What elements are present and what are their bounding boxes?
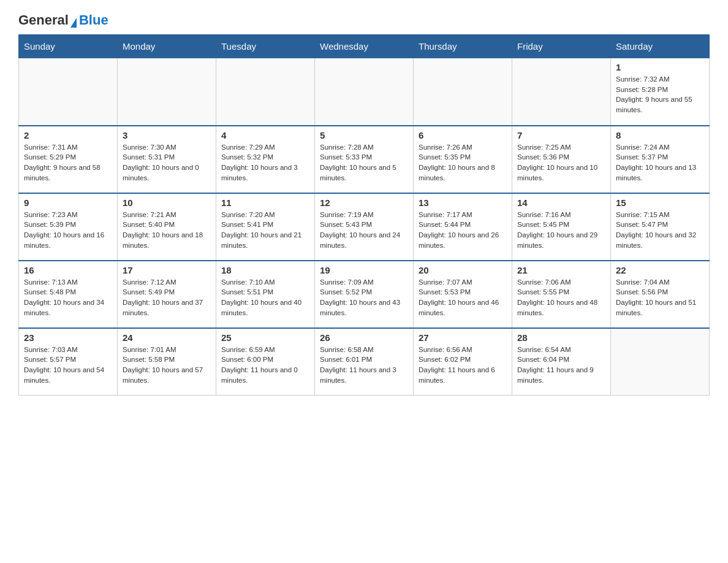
calendar-week-row: 23Sunrise: 7:03 AMSunset: 5:57 PMDayligh…: [19, 328, 710, 396]
logo-blue-text: Blue: [79, 12, 108, 28]
day-of-week-header: Monday: [118, 35, 216, 58]
logo-general-text: General: [18, 12, 69, 28]
calendar-day-cell: 6Sunrise: 7:26 AMSunset: 5:35 PMDaylight…: [414, 126, 512, 193]
day-number: 23: [24, 332, 112, 343]
day-number: 8: [616, 130, 704, 140]
day-number: 28: [517, 332, 605, 343]
day-info: Sunrise: 7:21 AMSunset: 5:40 PMDaylight:…: [123, 210, 211, 251]
calendar-day-cell: 4Sunrise: 7:29 AMSunset: 5:32 PMDaylight…: [216, 126, 315, 193]
calendar-day-cell: [611, 328, 710, 396]
calendar-day-cell: 23Sunrise: 7:03 AMSunset: 5:57 PMDayligh…: [19, 328, 118, 396]
calendar-week-row: 9Sunrise: 7:23 AMSunset: 5:39 PMDaylight…: [19, 193, 710, 261]
day-number: 15: [616, 197, 704, 208]
page-header: GeneralBlue: [18, 12, 710, 28]
days-header-row: SundayMondayTuesdayWednesdayThursdayFrid…: [19, 35, 710, 58]
day-number: 7: [517, 130, 605, 140]
calendar-day-cell: 18Sunrise: 7:10 AMSunset: 5:51 PMDayligh…: [216, 261, 315, 328]
calendar-day-cell: 22Sunrise: 7:04 AMSunset: 5:56 PMDayligh…: [611, 261, 710, 328]
day-info: Sunrise: 6:56 AMSunset: 6:02 PMDaylight:…: [419, 345, 507, 386]
calendar-day-cell: 7Sunrise: 7:25 AMSunset: 5:36 PMDaylight…: [512, 126, 611, 193]
day-number: 26: [320, 332, 408, 343]
calendar-day-cell: [19, 58, 118, 126]
day-of-week-header: Saturday: [611, 35, 710, 58]
day-number: 20: [419, 265, 507, 275]
day-number: 6: [419, 130, 507, 140]
calendar-week-row: 1Sunrise: 7:32 AMSunset: 5:28 PMDaylight…: [19, 58, 710, 126]
day-info: Sunrise: 7:15 AMSunset: 5:47 PMDaylight:…: [616, 210, 704, 251]
calendar-table: SundayMondayTuesdayWednesdayThursdayFrid…: [18, 34, 710, 396]
calendar-day-cell: 27Sunrise: 6:56 AMSunset: 6:02 PMDayligh…: [414, 328, 512, 396]
day-number: 19: [320, 265, 408, 275]
calendar-day-cell: 9Sunrise: 7:23 AMSunset: 5:39 PMDaylight…: [19, 193, 118, 261]
day-info: Sunrise: 7:30 AMSunset: 5:31 PMDaylight:…: [123, 142, 211, 183]
day-info: Sunrise: 7:04 AMSunset: 5:56 PMDaylight:…: [616, 277, 704, 318]
day-info: Sunrise: 7:07 AMSunset: 5:53 PMDaylight:…: [419, 277, 507, 318]
calendar-day-cell: 25Sunrise: 6:59 AMSunset: 6:00 PMDayligh…: [216, 328, 315, 396]
day-number: 2: [24, 130, 112, 140]
calendar-day-cell: [118, 58, 216, 126]
calendar-day-cell: 20Sunrise: 7:07 AMSunset: 5:53 PMDayligh…: [414, 261, 512, 328]
day-number: 13: [419, 197, 507, 208]
day-info: Sunrise: 7:25 AMSunset: 5:36 PMDaylight:…: [517, 142, 605, 183]
day-number: 3: [123, 130, 211, 140]
calendar-day-cell: [414, 58, 512, 126]
day-info: Sunrise: 6:59 AMSunset: 6:00 PMDaylight:…: [221, 345, 309, 386]
day-of-week-header: Friday: [512, 35, 611, 58]
day-number: 25: [221, 332, 309, 343]
day-info: Sunrise: 7:29 AMSunset: 5:32 PMDaylight:…: [221, 142, 309, 183]
day-info: Sunrise: 7:19 AMSunset: 5:43 PMDaylight:…: [320, 210, 408, 251]
calendar-day-cell: 24Sunrise: 7:01 AMSunset: 5:58 PMDayligh…: [118, 328, 216, 396]
day-of-week-header: Tuesday: [216, 35, 315, 58]
day-number: 27: [419, 332, 507, 343]
day-info: Sunrise: 7:16 AMSunset: 5:45 PMDaylight:…: [517, 210, 605, 251]
day-info: Sunrise: 7:31 AMSunset: 5:29 PMDaylight:…: [24, 142, 112, 183]
day-number: 14: [517, 197, 605, 208]
day-info: Sunrise: 7:13 AMSunset: 5:48 PMDaylight:…: [24, 277, 112, 318]
calendar-day-cell: 14Sunrise: 7:16 AMSunset: 5:45 PMDayligh…: [512, 193, 611, 261]
day-of-week-header: Sunday: [19, 35, 118, 58]
day-info: Sunrise: 7:09 AMSunset: 5:52 PMDaylight:…: [320, 277, 408, 318]
day-info: Sunrise: 7:26 AMSunset: 5:35 PMDaylight:…: [419, 142, 507, 183]
day-info: Sunrise: 7:23 AMSunset: 5:39 PMDaylight:…: [24, 210, 112, 251]
day-number: 17: [123, 265, 211, 275]
calendar-day-cell: 13Sunrise: 7:17 AMSunset: 5:44 PMDayligh…: [414, 193, 512, 261]
day-number: 11: [221, 197, 309, 208]
day-info: Sunrise: 7:32 AMSunset: 5:28 PMDaylight:…: [616, 74, 704, 115]
day-number: 16: [24, 265, 112, 275]
calendar-day-cell: 26Sunrise: 6:58 AMSunset: 6:01 PMDayligh…: [315, 328, 414, 396]
day-number: 21: [517, 265, 605, 275]
calendar-day-cell: 10Sunrise: 7:21 AMSunset: 5:40 PMDayligh…: [118, 193, 216, 261]
day-number: 5: [320, 130, 408, 140]
calendar-day-cell: 3Sunrise: 7:30 AMSunset: 5:31 PMDaylight…: [118, 126, 216, 193]
day-number: 12: [320, 197, 408, 208]
calendar-day-cell: 19Sunrise: 7:09 AMSunset: 5:52 PMDayligh…: [315, 261, 414, 328]
calendar-day-cell: 5Sunrise: 7:28 AMSunset: 5:33 PMDaylight…: [315, 126, 414, 193]
calendar-week-row: 2Sunrise: 7:31 AMSunset: 5:29 PMDaylight…: [19, 126, 710, 193]
day-number: 1: [616, 62, 704, 72]
day-info: Sunrise: 7:12 AMSunset: 5:49 PMDaylight:…: [123, 277, 211, 318]
calendar-day-cell: [216, 58, 315, 126]
logo-triangle-icon: [70, 18, 77, 28]
day-number: 22: [616, 265, 704, 275]
calendar-day-cell: 21Sunrise: 7:06 AMSunset: 5:55 PMDayligh…: [512, 261, 611, 328]
day-info: Sunrise: 7:20 AMSunset: 5:41 PMDaylight:…: [221, 210, 309, 251]
day-info: Sunrise: 7:24 AMSunset: 5:37 PMDaylight:…: [616, 142, 704, 183]
day-info: Sunrise: 7:10 AMSunset: 5:51 PMDaylight:…: [221, 277, 309, 318]
day-number: 24: [123, 332, 211, 343]
calendar-day-cell: 17Sunrise: 7:12 AMSunset: 5:49 PMDayligh…: [118, 261, 216, 328]
day-of-week-header: Wednesday: [315, 35, 414, 58]
day-number: 9: [24, 197, 112, 208]
calendar-day-cell: 11Sunrise: 7:20 AMSunset: 5:41 PMDayligh…: [216, 193, 315, 261]
calendar-day-cell: 28Sunrise: 6:54 AMSunset: 6:04 PMDayligh…: [512, 328, 611, 396]
day-info: Sunrise: 7:06 AMSunset: 5:55 PMDaylight:…: [517, 277, 605, 318]
calendar-day-cell: 15Sunrise: 7:15 AMSunset: 5:47 PMDayligh…: [611, 193, 710, 261]
day-info: Sunrise: 7:17 AMSunset: 5:44 PMDaylight:…: [419, 210, 507, 251]
day-number: 4: [221, 130, 309, 140]
day-number: 10: [123, 197, 211, 208]
calendar-day-cell: 2Sunrise: 7:31 AMSunset: 5:29 PMDaylight…: [19, 126, 118, 193]
calendar-day-cell: 12Sunrise: 7:19 AMSunset: 5:43 PMDayligh…: [315, 193, 414, 261]
day-info: Sunrise: 6:58 AMSunset: 6:01 PMDaylight:…: [320, 345, 408, 386]
calendar-week-row: 16Sunrise: 7:13 AMSunset: 5:48 PMDayligh…: [19, 261, 710, 328]
day-number: 18: [221, 265, 309, 275]
day-info: Sunrise: 6:54 AMSunset: 6:04 PMDaylight:…: [517, 345, 605, 386]
